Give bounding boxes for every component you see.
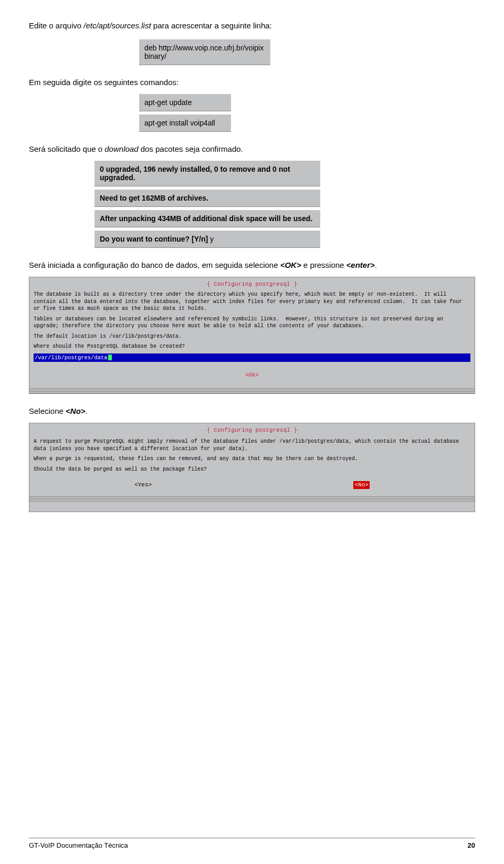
dialog2-text1: A request to purge PostgreSQL might impl…: [34, 438, 470, 452]
page-footer: GT-VoIP Documentação Técnica 20: [29, 838, 475, 849]
apt-output-line1: 0 upgraded, 196 newly installed, 0 to re…: [94, 161, 320, 186]
cmd-update-text: apt-get update: [144, 98, 192, 107]
deb-line-text: deb http://www.voip.nce.ufrj.br/voipix b…: [144, 44, 264, 60]
apt-get-update-codeblock: apt-get update: [139, 94, 231, 111]
dialog2-title: ┤ Configuring postgresql ├: [34, 426, 470, 434]
dialog1-text2: Tables or databases can be located elsew…: [34, 316, 470, 330]
commands-intro: Em seguida digite os seguintes comandos:: [29, 78, 475, 87]
postgresql-dialog-2: ┤ Configuring postgresql ├ A request to …: [29, 423, 475, 512]
dialog1-text1: The database is built as a directory tre…: [34, 291, 470, 313]
dialog2-no-button[interactable]: <No>: [353, 481, 369, 489]
download-italic: download: [104, 144, 138, 153]
dialog2-text3: Should the data be purged as well as the…: [34, 466, 470, 473]
cmd-install-text: apt-get install voip4all: [144, 119, 215, 127]
text-cursor-icon: [108, 355, 112, 360]
config-suffix: .: [375, 261, 377, 269]
dialog1-input-value: /var/lib/postgres/data: [35, 354, 108, 361]
config-mid: e pressione: [301, 261, 346, 269]
postgresql-dialog-1: ┤ Configuring postgresql ├ The database …: [29, 277, 475, 394]
intro-prefix: Edite o arquivo: [29, 21, 83, 30]
enter-literal: <enter>: [346, 261, 375, 269]
footer-page-number: 20: [468, 841, 475, 849]
dialog1-ok-button[interactable]: <Ok>: [34, 371, 470, 379]
deb-line-codeblock: deb http://www.voip.nce.ufrj.br/voipix b…: [139, 39, 270, 65]
apt-output-line2: Need to get 162MB of archives.: [94, 190, 320, 207]
select-no-instruction: Selecione <No>.: [29, 407, 475, 415]
ok-literal: <OK>: [280, 261, 301, 269]
dialog1-title: ┤ Configuring postgresql ├: [34, 280, 470, 288]
edit-file-instruction: Edite o arquivo /etc/apt/sources.list pa…: [29, 21, 475, 30]
config-db-instruction: Será iniciada a configuração do banco de…: [29, 261, 475, 269]
config-prefix: Será iniciada a configuração do banco de…: [29, 261, 280, 269]
dialog2-text2: When a purge is requested, these files c…: [34, 455, 470, 463]
dialog1-input-field[interactable]: /var/lib/postgres/data: [34, 353, 470, 362]
selectno-suffix: .: [86, 407, 88, 415]
download-prefix: Será solicitado que o: [29, 144, 104, 153]
apt-output-line3: After unpacking 434MB of additional disk…: [94, 210, 320, 227]
dialog1-bottom-border: [29, 388, 475, 393]
selectno-prefix: Selecione: [29, 407, 66, 415]
dialog1-text4: Where should the PostgreSQL database be …: [34, 343, 470, 350]
continue-prompt: Do you want to continue? [Y/n]: [100, 235, 210, 243]
download-suffix: dos pacotes seja confirmado.: [138, 144, 243, 153]
continue-answer: y: [210, 235, 214, 243]
footer-left: GT-VoIP Documentação Técnica: [29, 841, 128, 849]
dialog2-yes-button[interactable]: <Yes>: [134, 481, 152, 489]
sources-list-path: /etc/apt/sources.list: [83, 21, 151, 30]
dialog2-bottom-border: [29, 496, 475, 502]
no-literal: <No>: [66, 407, 86, 415]
download-confirm-text: Será solicitado que o download dos pacot…: [29, 144, 475, 153]
apt-get-install-codeblock: apt-get install voip4all: [139, 114, 231, 132]
apt-output-line4: Do you want to continue? [Y/n] y: [94, 231, 320, 248]
intro-suffix: para acrescentar a seguinte linha:: [151, 21, 272, 30]
dialog1-text3: The default location is /var/lib/postgre…: [34, 333, 470, 340]
